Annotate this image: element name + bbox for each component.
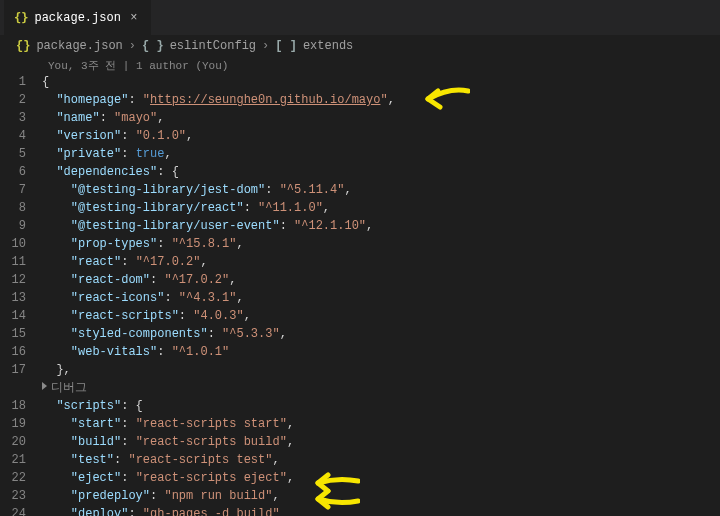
debug-codelens[interactable]: 디버그: [0, 379, 720, 397]
code-content[interactable]: "version": "0.1.0",: [42, 127, 720, 145]
code-line[interactable]: 15 "styled-components": "^5.3.3",: [0, 325, 720, 343]
json-icon: {}: [16, 39, 30, 53]
code-content[interactable]: "name": "mayo",: [42, 109, 720, 127]
code-line[interactable]: 19 "start": "react-scripts start",: [0, 415, 720, 433]
code-content[interactable]: "react": "^17.0.2",: [42, 253, 720, 271]
url-link[interactable]: https://seunghe0n.github.io/mayo: [150, 93, 380, 107]
code-content[interactable]: "build": "react-scripts build",: [42, 433, 720, 451]
line-number: 3: [0, 109, 42, 127]
code-line[interactable]: 17 },: [0, 361, 720, 379]
code-content[interactable]: "deploy": "gh-pages -d build": [42, 505, 720, 516]
code-content[interactable]: "react-scripts": "4.0.3",: [42, 307, 720, 325]
code-content[interactable]: "test": "react-scripts test",: [42, 451, 720, 469]
code-line[interactable]: 13 "react-icons": "^4.3.1",: [0, 289, 720, 307]
code-line[interactable]: 22 "eject": "react-scripts eject",: [0, 469, 720, 487]
code-content[interactable]: "predeploy": "npm run build",: [42, 487, 720, 505]
line-number: 19: [0, 415, 42, 433]
code-line[interactable]: 2 "homepage": "https://seunghe0n.github.…: [0, 91, 720, 109]
code-line[interactable]: 1{: [0, 73, 720, 91]
line-number: 4: [0, 127, 42, 145]
code-line[interactable]: 24 "deploy": "gh-pages -d build": [0, 505, 720, 516]
line-number: 15: [0, 325, 42, 343]
code-line[interactable]: 21 "test": "react-scripts test",: [0, 451, 720, 469]
code-content[interactable]: "prop-types": "^15.8.1",: [42, 235, 720, 253]
code-line[interactable]: 14 "react-scripts": "4.0.3",: [0, 307, 720, 325]
object-icon: { }: [142, 39, 164, 53]
code-line[interactable]: 6 "dependencies": {: [0, 163, 720, 181]
line-number: 20: [0, 433, 42, 451]
code-line[interactable]: 9 "@testing-library/user-event": "^12.1.…: [0, 217, 720, 235]
code-content[interactable]: "scripts": {: [42, 397, 720, 415]
triangle-icon: [42, 382, 47, 390]
tab-package-json[interactable]: {} package.json ×: [4, 0, 151, 35]
line-number: 7: [0, 181, 42, 199]
code-content[interactable]: "react-icons": "^4.3.1",: [42, 289, 720, 307]
line-number: 12: [0, 271, 42, 289]
code-line[interactable]: 5 "private": true,: [0, 145, 720, 163]
code-content[interactable]: {: [42, 73, 720, 91]
line-number: 2: [0, 91, 42, 109]
code-line[interactable]: 7 "@testing-library/jest-dom": "^5.11.4"…: [0, 181, 720, 199]
breadcrumbs[interactable]: {} package.json › { } eslintConfig › [ ]…: [0, 35, 720, 57]
code-line[interactable]: 11 "react": "^17.0.2",: [0, 253, 720, 271]
code-content[interactable]: "homepage": "https://seunghe0n.github.io…: [42, 91, 720, 109]
code-content[interactable]: "styled-components": "^5.3.3",: [42, 325, 720, 343]
code-line[interactable]: 10 "prop-types": "^15.8.1",: [0, 235, 720, 253]
breadcrumb-file[interactable]: package.json: [36, 39, 122, 53]
breadcrumb-sub[interactable]: extends: [303, 39, 353, 53]
line-number: 23: [0, 487, 42, 505]
chevron-right-icon: ›: [129, 39, 136, 53]
line-number: 16: [0, 343, 42, 361]
line-number: 10: [0, 235, 42, 253]
line-number: 14: [0, 307, 42, 325]
line-number: 5: [0, 145, 42, 163]
line-number: 21: [0, 451, 42, 469]
code-content[interactable]: "start": "react-scripts start",: [42, 415, 720, 433]
tab-title: package.json: [34, 11, 120, 25]
code-line[interactable]: 16 "web-vitals": "^1.0.1": [0, 343, 720, 361]
line-number: 13: [0, 289, 42, 307]
line-number: 11: [0, 253, 42, 271]
code-content[interactable]: },: [42, 361, 720, 379]
line-number: 17: [0, 361, 42, 379]
line-number: 9: [0, 217, 42, 235]
code-content[interactable]: "web-vitals": "^1.0.1": [42, 343, 720, 361]
array-icon: [ ]: [275, 39, 297, 53]
breadcrumb-section[interactable]: eslintConfig: [170, 39, 256, 53]
code-content[interactable]: "@testing-library/user-event": "^12.1.10…: [42, 217, 720, 235]
editor-area[interactable]: 1{2 "homepage": "https://seunghe0n.githu…: [0, 73, 720, 516]
code-line[interactable]: 18 "scripts": {: [0, 397, 720, 415]
line-number: 24: [0, 505, 42, 516]
line-number: 18: [0, 397, 42, 415]
chevron-right-icon: ›: [262, 39, 269, 53]
line-number: 22: [0, 469, 42, 487]
code-content[interactable]: "private": true,: [42, 145, 720, 163]
code-line[interactable]: 23 "predeploy": "npm run build",: [0, 487, 720, 505]
code-line[interactable]: 3 "name": "mayo",: [0, 109, 720, 127]
close-icon[interactable]: ×: [127, 11, 141, 25]
code-line[interactable]: 20 "build": "react-scripts build",: [0, 433, 720, 451]
json-icon: {}: [14, 11, 28, 25]
line-number: 6: [0, 163, 42, 181]
code-content[interactable]: "dependencies": {: [42, 163, 720, 181]
code-content[interactable]: "@testing-library/react": "^11.1.0",: [42, 199, 720, 217]
code-content[interactable]: "@testing-library/jest-dom": "^5.11.4",: [42, 181, 720, 199]
codelens-author[interactable]: You, 3주 전 | 1 author (You): [0, 57, 720, 73]
code-line[interactable]: 4 "version": "0.1.0",: [0, 127, 720, 145]
code-content[interactable]: "eject": "react-scripts eject",: [42, 469, 720, 487]
code-line[interactable]: 8 "@testing-library/react": "^11.1.0",: [0, 199, 720, 217]
line-number: 8: [0, 199, 42, 217]
tab-bar: {} package.json ×: [0, 0, 720, 35]
code-line[interactable]: 12 "react-dom": "^17.0.2",: [0, 271, 720, 289]
line-number: 1: [0, 73, 42, 91]
code-content[interactable]: "react-dom": "^17.0.2",: [42, 271, 720, 289]
